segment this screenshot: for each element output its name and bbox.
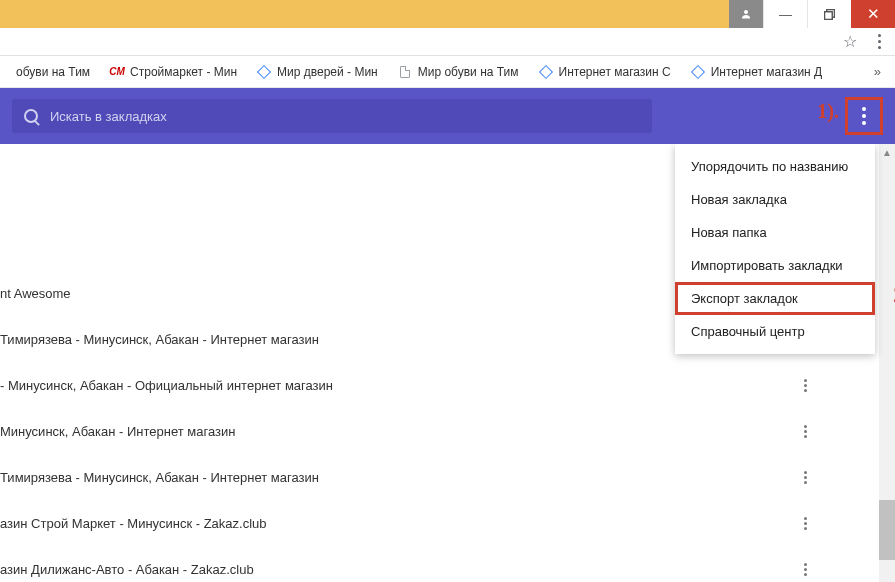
bookmark-item[interactable]: Интернет магазин С <box>529 65 681 79</box>
menu-new-bookmark[interactable]: Новая закладка <box>675 183 875 216</box>
bookmark-label: Мир обуви на Тим <box>418 65 519 79</box>
list-item[interactable]: - Минусинск, Абакан - Официальный интерн… <box>0 362 895 408</box>
content-area: Упорядочить по названию Новая закладка Н… <box>0 144 895 582</box>
file-icon <box>398 65 412 79</box>
bookmark-label: обуви на Тим <box>16 65 90 79</box>
scroll-thumb[interactable] <box>879 500 895 560</box>
maximize-button[interactable] <box>807 0 851 28</box>
star-icon[interactable]: ☆ <box>843 32 857 51</box>
menu-help[interactable]: Справочный центр <box>675 315 875 348</box>
overflow-chevron-icon[interactable]: » <box>866 64 889 79</box>
bookmark-label: Строймаркет - Мин <box>130 65 237 79</box>
row-kebab-icon[interactable] <box>795 563 815 576</box>
annotation-1: 1). <box>817 100 839 123</box>
scroll-up-icon[interactable]: ▲ <box>879 144 895 160</box>
menu-new-folder[interactable]: Новая папка <box>675 216 875 249</box>
search-input[interactable] <box>50 109 640 124</box>
menu-export[interactable]: Экспорт закладок <box>675 282 875 315</box>
menu-import[interactable]: Импортировать закладки <box>675 249 875 282</box>
bookmark-label: Интернет магазин Д <box>711 65 823 79</box>
list-item[interactable]: Тимирязева - Минусинск, Абакан - Интерне… <box>0 454 895 500</box>
bookmark-item[interactable]: CM Строймаркет - Мин <box>100 65 247 79</box>
search-icon <box>24 109 38 123</box>
browser-menu-icon[interactable] <box>871 34 887 49</box>
row-kebab-icon[interactable] <box>795 425 815 438</box>
list-item[interactable]: азин Строй Маркет - Минусинск - Zakaz.cl… <box>0 500 895 546</box>
organize-dropdown: Упорядочить по названию Новая закладка Н… <box>675 144 875 354</box>
menu-sort-by-name[interactable]: Упорядочить по названию <box>675 150 875 183</box>
close-button[interactable]: ✕ <box>851 0 895 28</box>
organize-menu-button[interactable] <box>845 97 883 135</box>
bookmark-item[interactable]: Мир обуви на Тим <box>388 65 529 79</box>
diamond-icon <box>691 65 705 79</box>
item-title: - Минусинск, Абакан - Официальный интерн… <box>0 378 795 393</box>
diamond-icon <box>539 65 553 79</box>
search-box[interactable] <box>12 99 652 133</box>
kebab-icon <box>862 107 866 125</box>
item-title: азин Дилижанс-Авто - Абакан - Zakaz.club <box>0 562 795 577</box>
window-titlebar: — ✕ <box>0 0 895 28</box>
list-item[interactable]: азин Дилижанс-Авто - Абакан - Zakaz.club <box>0 546 895 582</box>
bookmark-label: Мир дверей - Мин <box>277 65 378 79</box>
item-title: азин Строй Маркет - Минусинск - Zakaz.cl… <box>0 516 795 531</box>
bookmark-item[interactable]: обуви на Тим <box>6 65 100 79</box>
bookmark-item[interactable]: Мир дверей - Мин <box>247 65 388 79</box>
bookmarks-toolbar: 1). <box>0 88 895 144</box>
bookmark-item[interactable]: Интернет магазин Д <box>681 65 833 79</box>
bookmark-label: Интернет магазин С <box>559 65 671 79</box>
list-item[interactable]: Минусинск, Абакан - Интернет магазин <box>0 408 895 454</box>
toolbar-row: ☆ <box>0 28 895 56</box>
svg-point-0 <box>744 10 748 14</box>
minimize-button[interactable]: — <box>763 0 807 28</box>
user-button[interactable] <box>729 0 763 28</box>
svg-rect-2 <box>825 11 833 19</box>
scrollbar[interactable]: ▲ <box>879 144 895 582</box>
row-kebab-icon[interactable] <box>795 517 815 530</box>
item-title: Тимирязева - Минусинск, Абакан - Интерне… <box>0 470 795 485</box>
diamond-icon <box>257 65 271 79</box>
bookmarks-bar: обуви на Тим CM Строймаркет - Мин Мир дв… <box>0 56 895 88</box>
site-icon: CM <box>110 65 124 79</box>
row-kebab-icon[interactable] <box>795 471 815 484</box>
row-kebab-icon[interactable] <box>795 379 815 392</box>
item-title: Минусинск, Абакан - Интернет магазин <box>0 424 795 439</box>
